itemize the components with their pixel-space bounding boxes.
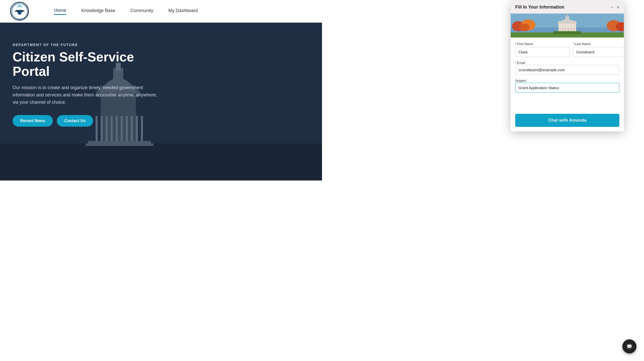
hero-description: Our mission is to create and organize ti… [13,84,164,106]
svg-rect-19 [0,143,322,180]
svg-text:★: ★ [19,17,20,18]
svg-rect-34 [88,141,151,143]
svg-text:★: ★ [15,5,16,6]
hero-subtitle: DEPARTMENT OF THE FUTURE [13,43,164,47]
navbar: ★ ★ ★ ★ ★ ★ ★ ★ ★ ★ OF THE FUTURE [0,0,322,23]
svg-text:★: ★ [23,5,24,6]
hero-title: Citizen Self-Service Portal [13,50,164,79]
contact-us-button[interactable]: Contact Us [57,115,93,127]
svg-text:★: ★ [24,13,25,14]
svg-point-3 [18,8,21,10]
svg-text:★: ★ [25,8,26,9]
recent-news-button[interactable]: Recent News [13,115,53,127]
hero-buttons: Recent News Contact Us [13,115,164,127]
svg-text:OF THE FUTURE: OF THE FUTURE [17,18,22,19]
nav-knowledge-base[interactable]: Knowledge Base [81,8,115,14]
nav-home[interactable]: Home [54,8,66,15]
hero-content: DEPARTMENT OF THE FUTURE Citizen Self-Se… [0,23,176,127]
nav-community[interactable]: Community [130,8,153,14]
svg-text:★: ★ [22,16,22,17]
hero-section: DEPARTMENT OF THE FUTURE Citizen Self-Se… [0,23,322,180]
svg-rect-35 [86,143,153,146]
logo: ★ ★ ★ ★ ★ ★ ★ ★ ★ ★ OF THE FUTURE [10,2,29,21]
svg-text:★: ★ [13,8,14,9]
logo-area: ★ ★ ★ ★ ★ ★ ★ ★ ★ ★ OF THE FUTURE [10,2,29,21]
nav-links: Home Knowledge Base Community My Dashboa… [54,8,312,15]
svg-text:★: ★ [17,16,17,17]
svg-text:★: ★ [14,13,15,14]
nav-dashboard[interactable]: My Dashboard [168,8,198,14]
svg-text:★: ★ [19,3,20,4]
